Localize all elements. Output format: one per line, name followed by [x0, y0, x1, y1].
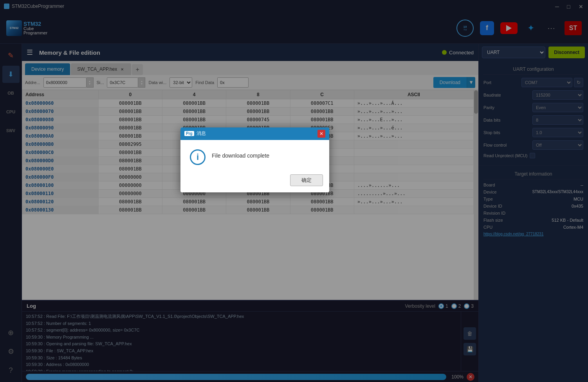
- modal-title-icon: Prg 消息: [184, 130, 206, 137]
- modal-prg-badge: Prg: [184, 131, 194, 136]
- modal-info-icon: i: [190, 149, 206, 165]
- modal-footer: 确定: [180, 171, 329, 192]
- modal-ok-button[interactable]: 确定: [290, 174, 323, 186]
- modal-dialog: Prg 消息 ✕ i File download complete 确定: [180, 127, 329, 192]
- modal-body: i File download complete: [180, 140, 329, 171]
- modal-titlebar: Prg 消息 ✕: [180, 127, 329, 140]
- modal-title: 消息: [197, 130, 206, 137]
- modal-message: File download complete: [212, 149, 269, 159]
- modal-close-button[interactable]: ✕: [317, 130, 325, 138]
- modal-overlay: Prg 消息 ✕ i File download complete 确定: [0, 0, 588, 382]
- modal-info-char: i: [197, 152, 199, 162]
